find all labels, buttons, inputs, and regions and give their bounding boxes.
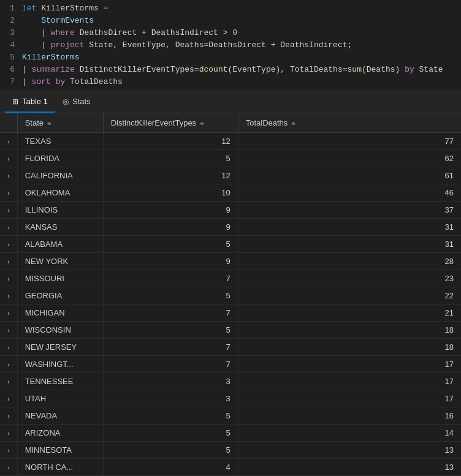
- row-expand[interactable]: ›: [0, 339, 17, 356]
- code-line-6: 6| summarize DistinctKillerEventTypes=dc…: [0, 64, 461, 76]
- cell-distinct: 12: [103, 167, 238, 184]
- code-token: |: [22, 40, 51, 50]
- state-col-header[interactable]: State ≡: [17, 113, 103, 133]
- row-expand[interactable]: ›: [0, 167, 17, 184]
- table-row[interactable]: ›MICHIGAN721: [0, 304, 461, 322]
- code-line-2: 2 StormEvents: [0, 15, 461, 27]
- code-token: project: [51, 40, 85, 50]
- cell-deaths: 46: [238, 184, 461, 202]
- tab-table-1[interactable]: ⊞Table 1: [5, 91, 55, 113]
- row-expand[interactable]: ›: [0, 442, 17, 459]
- table-row[interactable]: ›NORTH CA...413: [0, 459, 461, 476]
- cell-distinct: 3: [103, 373, 238, 390]
- deaths-sort-icon[interactable]: ≡: [291, 119, 295, 127]
- row-expand[interactable]: ›: [0, 287, 17, 304]
- code-token: KillerStorms: [22, 53, 80, 62]
- code-line-7: 7| sort by TotalDeaths: [0, 76, 461, 88]
- row-expand[interactable]: ›: [0, 407, 17, 425]
- line-number: 3: [0, 27, 22, 39]
- row-expand[interactable]: ›: [0, 356, 17, 373]
- header-row: State ≡ DistinctKillerEventTypes ≡ Total…: [0, 113, 461, 133]
- table-row[interactable]: ›CALIFORNIA1261: [0, 167, 461, 184]
- code-token: (Deaths): [362, 65, 405, 74]
- code-token: |: [22, 65, 32, 74]
- table-row[interactable]: ›ARIZONA514: [0, 425, 461, 442]
- code-token: let: [22, 4, 36, 13]
- row-expand[interactable]: ›: [0, 202, 17, 219]
- tab-label: Table 1: [22, 97, 48, 106]
- tab-icon: ⊞: [12, 97, 18, 106]
- line-number: 2: [0, 15, 22, 27]
- table-row[interactable]: ›WASHINGT...717: [0, 356, 461, 373]
- row-expand[interactable]: ›: [0, 219, 17, 236]
- cell-distinct: 3: [103, 390, 238, 407]
- cell-deaths: 31: [238, 236, 461, 253]
- code-line-3: 3 | where DeathsDirect + DeathsIndirect …: [0, 27, 461, 39]
- table-row[interactable]: ›MINNESOTA513: [0, 442, 461, 459]
- row-expand[interactable]: ›: [0, 322, 17, 339]
- row-expand[interactable]: ›: [0, 304, 17, 322]
- row-expand[interactable]: ›: [0, 373, 17, 390]
- table-row[interactable]: ›KANSAS931: [0, 219, 461, 236]
- cell-deaths: 31: [238, 219, 461, 236]
- row-expand[interactable]: ›: [0, 270, 17, 287]
- line-content: let KillerStorms =: [22, 2, 461, 15]
- row-expand[interactable]: ›: [0, 133, 17, 150]
- row-expand[interactable]: ›: [0, 425, 17, 442]
- cell-deaths: 37: [238, 202, 461, 219]
- row-expand[interactable]: ›: [0, 150, 17, 167]
- table-row[interactable]: ›ALABAMA531: [0, 236, 461, 253]
- table-row[interactable]: ›NEW YORK928: [0, 253, 461, 270]
- cell-state: NEVADA: [17, 407, 103, 425]
- cell-distinct: 5: [103, 150, 238, 167]
- cell-distinct: 4: [103, 459, 238, 476]
- row-expand[interactable]: ›: [0, 253, 17, 270]
- cell-deaths: 14: [238, 425, 461, 442]
- state-label: State: [25, 118, 44, 127]
- row-expand[interactable]: ›: [0, 184, 17, 202]
- cell-deaths: 18: [238, 322, 461, 339]
- code-token: KillerStorms =: [36, 4, 113, 13]
- cell-deaths: 61: [238, 167, 461, 184]
- code-line-1: 1let KillerStorms =: [0, 2, 461, 15]
- tab-stats[interactable]: ◎Stats: [55, 91, 98, 113]
- table-row[interactable]: ›NEW JERSEY718: [0, 339, 461, 356]
- distinct-col-header[interactable]: DistinctKillerEventTypes ≡: [103, 113, 238, 133]
- row-expand[interactable]: ›: [0, 459, 17, 476]
- cell-state: FLORIDA: [17, 150, 103, 167]
- table-row[interactable]: ›UTAH317: [0, 390, 461, 407]
- cell-deaths: 22: [238, 287, 461, 304]
- line-number: 7: [0, 76, 22, 88]
- cell-state: ARIZONA: [17, 425, 103, 442]
- deaths-col-header[interactable]: TotalDeaths ≡: [238, 113, 461, 133]
- table-row[interactable]: ›TEXAS1277: [0, 133, 461, 150]
- table-row[interactable]: ›GEORGIA522: [0, 287, 461, 304]
- code-token: dcount: [199, 65, 228, 74]
- table-body: ›TEXAS1277›FLORIDA562›CALIFORNIA1261›OKL…: [0, 133, 461, 477]
- table-row[interactable]: ›OKLAHOMA1046: [0, 184, 461, 202]
- table-row[interactable]: ›TENNESSEE317: [0, 373, 461, 390]
- line-number: 5: [0, 51, 22, 64]
- distinct-label: DistinctKillerEventTypes: [111, 118, 196, 127]
- cell-deaths: 77: [238, 133, 461, 150]
- table-row[interactable]: ›FLORIDA562: [0, 150, 461, 167]
- code-token: |: [22, 77, 32, 86]
- cell-distinct: 12: [103, 133, 238, 150]
- distinct-sort-icon[interactable]: ≡: [200, 119, 204, 127]
- table-row[interactable]: ›WISCONSIN518: [0, 322, 461, 339]
- table-row[interactable]: ›MISSOURI723: [0, 270, 461, 287]
- row-expand[interactable]: ›: [0, 236, 17, 253]
- code-token: StormEvents: [22, 16, 94, 25]
- code-token: [51, 77, 56, 86]
- cell-state: WISCONSIN: [17, 322, 103, 339]
- state-sort-icon[interactable]: ≡: [47, 119, 51, 127]
- table-row[interactable]: ›ILLINOIS937: [0, 202, 461, 219]
- code-token: DeathsDirect + DeathsIndirect >: [75, 28, 232, 37]
- table-row[interactable]: ›NEVADA516: [0, 407, 461, 425]
- cell-state: WASHINGT...: [17, 356, 103, 373]
- row-expand[interactable]: ›: [0, 390, 17, 407]
- cell-deaths: 13: [238, 459, 461, 476]
- code-line-5: 5KillerStorms: [0, 51, 461, 64]
- cell-state: NEW JERSEY: [17, 339, 103, 356]
- code-token: |: [22, 28, 51, 37]
